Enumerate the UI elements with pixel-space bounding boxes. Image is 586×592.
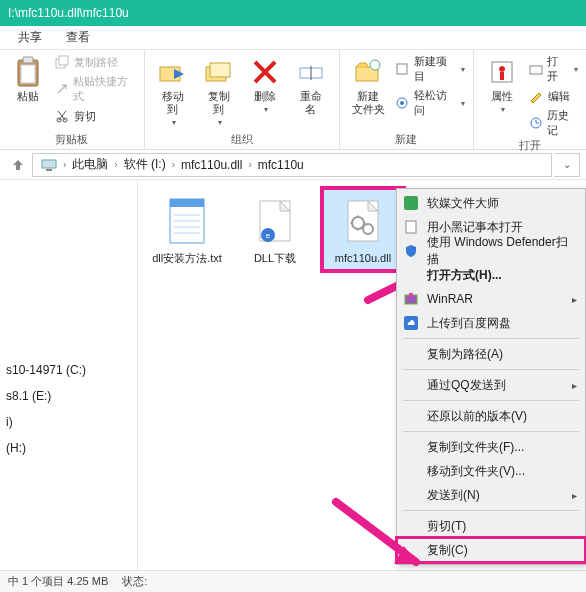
svg-rect-20 <box>42 160 56 168</box>
tab-share[interactable]: 共享 <box>18 29 42 46</box>
properties-icon <box>486 56 518 88</box>
svg-rect-9 <box>210 63 230 77</box>
url-icon: e <box>251 194 299 248</box>
status-bar: 中 1 个项目 4.25 MB 状态: <box>0 570 586 592</box>
status-state: 状态: <box>122 574 147 589</box>
ribbon-group-open: 属性 ▾ 打开▾ 编辑 历史记 打开 <box>474 50 586 149</box>
paste-shortcut-button[interactable]: 粘贴快捷方式 <box>54 74 136 104</box>
breadcrumb-thispc[interactable]: 此电脑 <box>68 156 112 173</box>
app-icon <box>403 195 419 211</box>
open-icon <box>528 61 543 77</box>
easy-access-button[interactable]: 轻松访问▾ <box>395 88 465 118</box>
tab-view[interactable]: 查看 <box>66 29 90 46</box>
cloud-icon <box>403 315 419 331</box>
winrar-icon <box>403 291 419 307</box>
file-item-dll[interactable]: mfc110u.dll <box>324 190 402 269</box>
submenu-arrow-icon: ▸ <box>572 490 577 501</box>
svg-text:e: e <box>266 231 271 240</box>
cut-button[interactable]: 剪切 <box>54 108 136 124</box>
pc-icon <box>37 158 61 172</box>
copy-path-button[interactable]: 复制路径 <box>54 54 136 70</box>
ctx-movetofolder[interactable]: 移动到文件夹(V)... <box>397 459 585 483</box>
annotation-arrow <box>326 492 436 582</box>
breadcrumb[interactable]: › 此电脑 › 软件 (I:) › mfc110u.dll › mfc110u <box>32 153 552 177</box>
history-icon <box>528 115 543 131</box>
paste-icon <box>12 56 44 88</box>
ribbon-group-new: 新建 文件夹 新建项目▾ 轻松访问▾ 新建 <box>340 50 474 149</box>
chevron-down-icon: ▾ <box>501 105 505 114</box>
open-button[interactable]: 打开▾ <box>528 54 578 84</box>
ribbon: 粘贴 复制路径 粘贴快捷方式 剪切 剪贴板 <box>0 50 586 150</box>
menu-separator <box>403 431 579 432</box>
chevron-right-icon[interactable]: › <box>170 159 177 170</box>
ctx-copypath[interactable]: 复制为路径(A) <box>397 342 585 366</box>
svg-rect-4 <box>59 56 68 65</box>
notepad-icon <box>163 194 211 248</box>
sidebar-item[interactable]: s10-14971 (C:) <box>0 360 137 380</box>
ctx-openwith[interactable]: 打开方式(H)... <box>397 263 585 287</box>
svg-rect-18 <box>530 66 542 74</box>
chevron-right-icon[interactable]: › <box>61 159 68 170</box>
svg-rect-1 <box>23 57 33 63</box>
svg-rect-34 <box>404 196 418 210</box>
copy-path-icon <box>54 54 70 70</box>
new-item-icon <box>395 61 410 77</box>
chevron-down-icon: ▾ <box>172 118 176 127</box>
svg-rect-37 <box>409 293 413 297</box>
ctx-copytofolder[interactable]: 复制到文件夹(F)... <box>397 435 585 459</box>
history-button[interactable]: 历史记 <box>528 108 578 138</box>
copy-to-icon <box>203 56 235 88</box>
status-selection: 中 1 个项目 4.25 MB <box>8 574 108 589</box>
menu-separator <box>403 369 579 370</box>
nav-sidebar[interactable]: s10-14971 (C:) s8.1 (E:) i) (H:) <box>0 180 138 570</box>
svg-rect-23 <box>170 199 204 207</box>
submenu-arrow-icon: ▸ <box>572 294 577 305</box>
shield-icon <box>403 243 419 259</box>
cut-icon <box>54 108 70 124</box>
submenu-arrow-icon: ▸ <box>572 380 577 391</box>
ctx-defender[interactable]: 使用 Windows Defender扫描 <box>397 239 585 263</box>
rename-button[interactable]: 重命名 <box>291 54 331 118</box>
ctx-ruanmei[interactable]: 软媒文件大师 <box>397 191 585 215</box>
breadcrumb-folder1[interactable]: mfc110u.dll <box>177 158 246 172</box>
ribbon-group-organize: 移动到 ▾ 复制到 ▾ 删除 ▾ 重命名 组织 <box>145 50 340 149</box>
ctx-winrar[interactable]: WinRAR▸ <box>397 287 585 311</box>
up-button[interactable] <box>6 153 30 177</box>
menu-separator <box>403 400 579 401</box>
svg-point-16 <box>400 101 404 105</box>
file-item-url[interactable]: e DLL下载 <box>236 190 314 269</box>
move-to-button[interactable]: 移动到 ▾ <box>153 54 193 129</box>
ctx-qqsend[interactable]: 通过QQ发送到▸ <box>397 373 585 397</box>
paste-shortcut-icon <box>54 81 69 97</box>
new-folder-button[interactable]: 新建 文件夹 <box>348 54 389 118</box>
dll-icon <box>339 194 387 248</box>
address-dropdown[interactable]: ⌄ <box>554 153 580 177</box>
properties-button[interactable]: 属性 ▾ <box>482 54 522 116</box>
sidebar-item[interactable]: (H:) <box>0 438 137 458</box>
sidebar-item[interactable]: i) <box>0 412 137 432</box>
ctx-baidu[interactable]: 上传到百度网盘 <box>397 311 585 335</box>
chevron-down-icon: ▾ <box>218 118 222 127</box>
file-item-txt[interactable]: dll安装方法.txt <box>148 190 226 269</box>
window-titlebar: I:\mfc110u.dll\mfc110u <box>0 0 586 26</box>
rename-icon <box>295 56 327 88</box>
chevron-right-icon[interactable]: › <box>112 159 119 170</box>
notepad-icon <box>403 219 419 235</box>
edit-icon <box>528 88 544 104</box>
ctx-restore[interactable]: 还原以前的版本(V) <box>397 404 585 428</box>
paste-button[interactable]: 粘贴 <box>8 54 48 105</box>
svg-rect-14 <box>397 64 407 74</box>
chevron-right-icon[interactable]: › <box>246 159 253 170</box>
new-item-button[interactable]: 新建项目▾ <box>395 54 465 84</box>
easy-access-icon <box>395 95 410 111</box>
sidebar-item[interactable]: s8.1 (E:) <box>0 386 137 406</box>
breadcrumb-folder2[interactable]: mfc110u <box>254 158 308 172</box>
breadcrumb-drive[interactable]: 软件 (I:) <box>120 156 170 173</box>
edit-button[interactable]: 编辑 <box>528 88 578 104</box>
delete-button[interactable]: 删除 ▾ <box>245 54 285 116</box>
svg-rect-21 <box>46 169 52 171</box>
svg-rect-2 <box>21 65 35 83</box>
move-to-icon <box>157 56 189 88</box>
copy-to-button[interactable]: 复制到 ▾ <box>199 54 239 129</box>
ribbon-group-clipboard: 粘贴 复制路径 粘贴快捷方式 剪切 剪贴板 <box>0 50 145 149</box>
